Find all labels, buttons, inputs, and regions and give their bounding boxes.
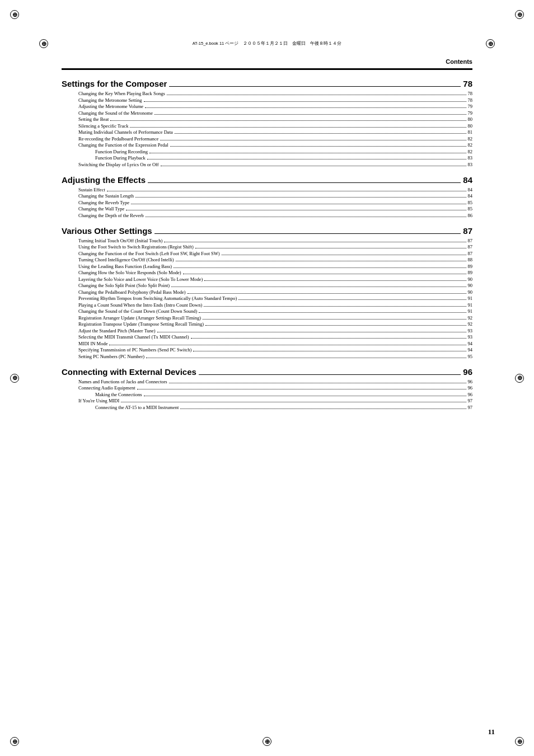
section-heading-label: Adjusting the Effects [62,175,146,185]
section-heading-dots [169,86,461,87]
toc-entry: Connecting the AT-15 to a MIDI Instrumen… [62,405,472,410]
toc-dots [171,287,466,287]
toc-label: Changing the Reverb Type [78,200,129,205]
toc-page: 90 [468,283,473,288]
toc-entry: If You're Using MIDI97 [62,398,472,403]
toc-dots [121,402,466,402]
toc-label: Turning Chord Intelligence On/Off (Chord… [78,257,174,262]
toc-page: 90 [468,289,473,295]
toc-entry: Muting Individual Channels of Performanc… [62,129,472,135]
toc-entry: Selecting the MIDI Transmit Channel (Tx … [62,334,472,340]
toc-page: 90 [468,276,473,282]
toc-dots [144,101,466,102]
toc-page: 88 [468,257,473,262]
toc-label: Changing the Wall Type [78,206,124,212]
toc-page: 96 [468,385,473,391]
section-heading-dots [199,374,461,375]
section-various: Various Other Settings 87Turning Initial… [62,226,472,359]
corner-reg-mark-tr: ⊕ [515,10,524,19]
page-title: Contents [62,58,472,65]
toc-dots [130,127,466,128]
toc-entry: Changing the Sound of the Count Down (Co… [62,308,472,314]
toc-dots [164,242,466,242]
toc-label: MIDI IN Mode [78,341,107,346]
header-reg-mark-left: ⊕ [39,39,48,48]
page: ⊕ ⊕ ⊕ ⊕ ⊕ ⊕ ⊕ ⊕ AT-15_e.book 11 ページ ２００５… [0,0,534,756]
toc-entry: Changing the Pedalboard Polyphony (Pedal… [62,289,472,295]
toc-label: Changing the Function of the Foot Switch… [78,251,220,256]
toc-label: Re-recording the Pedalboard Performance [78,136,158,142]
toc-label: Using the Foot Switch to Switch Registra… [78,244,194,250]
toc-label: Setting PC Numbers (PC Number) [78,354,144,359]
toc-page: 78 [468,97,473,103]
header-text: AT-15_e.book 11 ページ ２００５年１月２１日 金曜日 午後８時１… [193,41,342,46]
section-heading-label: Connecting with External Devices [62,367,196,377]
toc-dots [149,153,466,153]
toc-entry: Specifying Transmission of PC Numbers (S… [62,347,472,353]
toc-dots [238,299,466,300]
toc-label: Connecting the AT-15 to a MIDI Instrumen… [95,405,179,410]
toc-dots [203,319,466,320]
toc-entry: Changing How the Solo Voice Responds (So… [62,270,472,275]
toc-label: Making the Connections [95,392,142,397]
section-effects: Adjusting the Effects 84Sustain Effect84… [62,175,472,218]
toc-entry: Changing the Function of the Foot Switch… [62,251,472,256]
toc-entry: Names and Functions of Jacks and Connect… [62,379,472,384]
toc-label: Specifying Transmission of PC Numbers (S… [78,347,191,353]
section-heading-various: Various Other Settings 87 [62,226,472,236]
toc-page: 92 [468,315,473,321]
toc-dots [204,306,466,307]
toc-entry: Sustain Effect84 [62,187,472,192]
toc-page: 80 [468,116,473,122]
toc-dots [160,140,466,140]
toc-entry: Re-recording the Pedalboard Performance8… [62,136,472,142]
toc-label: Changing the Sound of the Metronome [78,110,153,116]
toc-entry: Turning Initial Touch On/Off (Initial To… [62,238,472,243]
toc-page: 85 [468,200,473,205]
toc-label: Changing the Pedalboard Polyphony (Pedal… [78,289,186,295]
toc-dots [110,120,466,121]
corner-reg-mark-tl: ⊕ [10,10,19,19]
toc-entry: Switching the Display of Lyrics On or Of… [62,162,472,167]
header-reg-mark-right: ⊕ [486,39,495,48]
toc-page: 97 [468,405,473,410]
toc-page: 91 [468,302,473,308]
section-heading-label: Settings for the Composer [62,79,167,88]
toc-dots [147,159,466,159]
section-heading-page: 78 [463,79,472,88]
toc-entry: Using the Foot Switch to Switch Registra… [62,244,472,250]
toc-label: Connecting Audio Equipment [78,385,135,391]
toc-page: 89 [468,264,473,269]
toc-label: Selecting the MIDI Transmit Channel (Tx … [78,334,189,340]
toc-page: 94 [468,347,473,353]
toc-entry: Turning Chord Intelligence On/Off (Chord… [62,257,472,262]
toc-label: Changing the Solo Split Point (Solo Spli… [78,283,170,288]
toc-page: 93 [468,328,473,334]
toc-dots [204,280,466,281]
toc-label: Silencing a Specific Track [78,123,128,129]
toc-page: 87 [468,244,473,250]
toc-dots [193,351,466,351]
toc-dots [176,261,466,261]
toc-label: Function During Recording [95,149,148,154]
toc-dots [145,107,466,108]
toc-page: 78 [468,91,473,96]
toc-page: 86 [468,213,473,218]
toc-page: 87 [468,238,473,243]
toc-dots [144,396,466,396]
toc-label: Setting the Beat [78,116,109,122]
toc-label: Registration Arranger Update (Arranger S… [78,315,201,321]
toc-entry: Silencing a Specific Track80 [62,123,472,129]
toc-page: 93 [468,334,473,340]
toc-label: Switching the Display of Lyrics On or Of… [78,162,159,167]
toc-label: Adjust the Standard Pitch (Master Tune) [78,328,156,334]
toc-page: 79 [468,104,473,109]
toc-entry: Changing the Metronome Setting78 [62,97,472,103]
toc-label: If You're Using MIDI [78,398,119,403]
toc-dots [199,312,466,313]
side-reg-mark-right: ⊕ [515,374,524,383]
toc-label: Turning Initial Touch On/Off (Initial To… [78,238,162,243]
toc-entry: Function During Recording82 [62,149,472,154]
toc-dots [135,197,466,198]
toc-label: Changing the Depth of the Reverb [78,213,144,218]
